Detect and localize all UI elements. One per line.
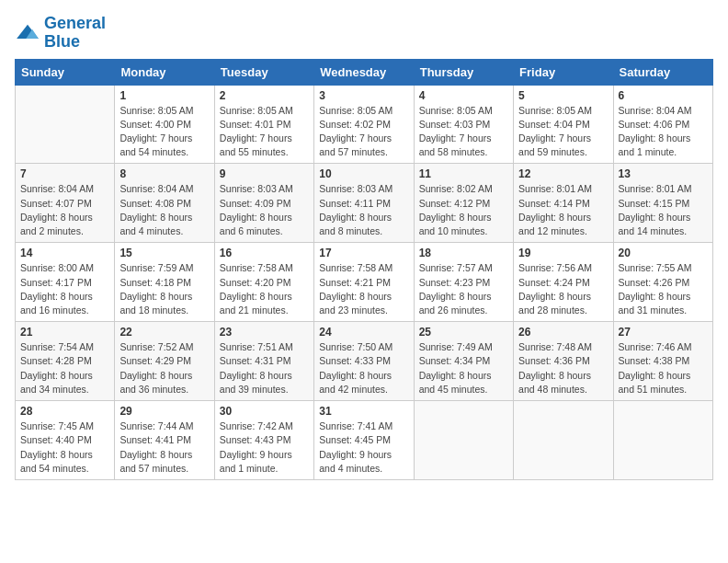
day-info: Sunrise: 7:48 AM Sunset: 4:36 PM Dayligh… (518, 340, 608, 396)
calendar-day-cell: 8Sunrise: 8:04 AM Sunset: 4:08 PM Daylig… (115, 164, 214, 243)
calendar-day-cell (613, 401, 712, 480)
calendar-day-cell (414, 401, 513, 480)
day-info: Sunrise: 8:01 AM Sunset: 4:15 PM Dayligh… (619, 182, 708, 238)
day-info: Sunrise: 8:01 AM Sunset: 4:14 PM Dayligh… (518, 182, 608, 238)
day-number: 28 (20, 405, 109, 418)
day-info: Sunrise: 8:04 AM Sunset: 4:08 PM Dayligh… (119, 182, 209, 238)
calendar-day-cell: 10Sunrise: 8:03 AM Sunset: 4:11 PM Dayli… (314, 164, 414, 243)
day-number: 27 (619, 326, 708, 339)
day-number: 18 (419, 247, 508, 259)
day-info: Sunrise: 8:05 AM Sunset: 4:01 PM Dayligh… (220, 104, 309, 160)
calendar-day-cell: 17Sunrise: 7:58 AM Sunset: 4:21 PM Dayli… (314, 243, 414, 322)
weekday-header: Wednesday (314, 59, 414, 85)
day-info: Sunrise: 7:52 AM Sunset: 4:29 PM Dayligh… (119, 340, 209, 396)
day-info: Sunrise: 8:03 AM Sunset: 4:09 PM Dayligh… (220, 182, 309, 238)
calendar-day-cell: 24Sunrise: 7:50 AM Sunset: 4:33 PM Dayli… (314, 322, 414, 401)
day-info: Sunrise: 7:42 AM Sunset: 4:43 PM Dayligh… (220, 419, 309, 476)
calendar-day-cell: 4Sunrise: 8:05 AM Sunset: 4:03 PM Daylig… (414, 85, 513, 164)
day-number: 16 (220, 247, 309, 259)
calendar-week-row: 21Sunrise: 7:54 AM Sunset: 4:28 PM Dayli… (16, 322, 713, 401)
day-info: Sunrise: 7:59 AM Sunset: 4:18 PM Dayligh… (119, 261, 209, 317)
calendar-day-cell: 15Sunrise: 7:59 AM Sunset: 4:18 PM Dayli… (115, 243, 214, 322)
logo-text: General Blue (44, 15, 106, 52)
day-info: Sunrise: 7:58 AM Sunset: 4:21 PM Dayligh… (319, 261, 408, 317)
weekday-header: Thursday (414, 59, 513, 85)
day-info: Sunrise: 8:00 AM Sunset: 4:17 PM Dayligh… (20, 261, 109, 317)
calendar-day-cell: 29Sunrise: 7:44 AM Sunset: 4:41 PM Dayli… (115, 401, 214, 480)
day-number: 29 (119, 405, 209, 418)
day-number: 2 (220, 89, 309, 102)
calendar-week-row: 7Sunrise: 8:04 AM Sunset: 4:07 PM Daylig… (16, 164, 713, 243)
day-number: 6 (619, 89, 708, 102)
day-number: 30 (220, 405, 309, 418)
day-info: Sunrise: 8:03 AM Sunset: 4:11 PM Dayligh… (319, 182, 408, 238)
day-number: 31 (319, 405, 408, 418)
calendar-day-cell: 26Sunrise: 7:48 AM Sunset: 4:36 PM Dayli… (514, 322, 613, 401)
weekday-header: Friday (514, 59, 613, 85)
day-number: 25 (419, 326, 508, 339)
day-info: Sunrise: 7:54 AM Sunset: 4:28 PM Dayligh… (20, 340, 109, 396)
calendar-week-row: 14Sunrise: 8:00 AM Sunset: 4:17 PM Dayli… (16, 243, 713, 322)
day-number: 23 (220, 326, 309, 339)
logo-icon (15, 23, 40, 43)
logo: General Blue (15, 15, 106, 52)
day-number: 24 (319, 326, 408, 339)
day-number: 20 (619, 247, 708, 259)
calendar-day-cell: 2Sunrise: 8:05 AM Sunset: 4:01 PM Daylig… (214, 85, 313, 164)
calendar-day-cell: 27Sunrise: 7:46 AM Sunset: 4:38 PM Dayli… (613, 322, 712, 401)
calendar-week-row: 1Sunrise: 8:05 AM Sunset: 4:00 PM Daylig… (16, 85, 713, 164)
calendar-day-cell: 20Sunrise: 7:55 AM Sunset: 4:26 PM Dayli… (613, 243, 712, 322)
day-number: 13 (619, 167, 708, 180)
day-number: 15 (119, 247, 209, 259)
calendar-day-cell: 28Sunrise: 7:45 AM Sunset: 4:40 PM Dayli… (16, 401, 115, 480)
calendar-day-cell: 18Sunrise: 7:57 AM Sunset: 4:23 PM Dayli… (414, 243, 513, 322)
calendar-day-cell: 7Sunrise: 8:04 AM Sunset: 4:07 PM Daylig… (16, 164, 115, 243)
day-info: Sunrise: 7:45 AM Sunset: 4:40 PM Dayligh… (20, 419, 109, 476)
calendar-day-cell (514, 401, 613, 480)
calendar-day-cell: 16Sunrise: 7:58 AM Sunset: 4:20 PM Dayli… (214, 243, 313, 322)
day-number: 10 (319, 167, 408, 180)
day-number: 12 (518, 167, 608, 180)
calendar-day-cell: 9Sunrise: 8:03 AM Sunset: 4:09 PM Daylig… (214, 164, 313, 243)
weekday-header: Sunday (16, 59, 115, 85)
day-info: Sunrise: 8:05 AM Sunset: 4:00 PM Dayligh… (119, 104, 209, 160)
day-number: 21 (20, 326, 109, 339)
calendar-day-cell: 1Sunrise: 8:05 AM Sunset: 4:00 PM Daylig… (115, 85, 214, 164)
day-info: Sunrise: 7:51 AM Sunset: 4:31 PM Dayligh… (220, 340, 309, 396)
day-number: 7 (20, 167, 109, 180)
calendar-day-cell: 3Sunrise: 8:05 AM Sunset: 4:02 PM Daylig… (314, 85, 414, 164)
calendar-day-cell: 21Sunrise: 7:54 AM Sunset: 4:28 PM Dayli… (16, 322, 115, 401)
day-number: 22 (119, 326, 209, 339)
calendar-day-cell: 11Sunrise: 8:02 AM Sunset: 4:12 PM Dayli… (414, 164, 513, 243)
day-info: Sunrise: 7:44 AM Sunset: 4:41 PM Dayligh… (119, 419, 209, 476)
day-info: Sunrise: 8:05 AM Sunset: 4:02 PM Dayligh… (319, 104, 408, 160)
calendar-day-cell: 5Sunrise: 8:05 AM Sunset: 4:04 PM Daylig… (514, 85, 613, 164)
day-info: Sunrise: 7:55 AM Sunset: 4:26 PM Dayligh… (619, 261, 708, 317)
weekday-header: Tuesday (214, 59, 313, 85)
day-info: Sunrise: 7:50 AM Sunset: 4:33 PM Dayligh… (319, 340, 408, 396)
day-number: 26 (518, 326, 608, 339)
day-number: 9 (220, 167, 309, 180)
day-number: 5 (518, 89, 608, 102)
calendar-day-cell: 14Sunrise: 8:00 AM Sunset: 4:17 PM Dayli… (16, 243, 115, 322)
calendar-header-row: SundayMondayTuesdayWednesdayThursdayFrid… (16, 59, 713, 85)
day-number: 4 (419, 89, 508, 102)
day-number: 3 (319, 89, 408, 102)
calendar-day-cell: 30Sunrise: 7:42 AM Sunset: 4:43 PM Dayli… (214, 401, 313, 480)
day-info: Sunrise: 8:04 AM Sunset: 4:06 PM Dayligh… (619, 104, 708, 160)
day-info: Sunrise: 7:46 AM Sunset: 4:38 PM Dayligh… (619, 340, 708, 396)
day-info: Sunrise: 7:57 AM Sunset: 4:23 PM Dayligh… (419, 261, 508, 317)
calendar-day-cell: 25Sunrise: 7:49 AM Sunset: 4:34 PM Dayli… (414, 322, 513, 401)
calendar-week-row: 28Sunrise: 7:45 AM Sunset: 4:40 PM Dayli… (16, 401, 713, 480)
day-number: 8 (119, 167, 209, 180)
page-header: General Blue (15, 15, 713, 52)
calendar-day-cell: 23Sunrise: 7:51 AM Sunset: 4:31 PM Dayli… (214, 322, 313, 401)
day-info: Sunrise: 7:56 AM Sunset: 4:24 PM Dayligh… (518, 261, 608, 317)
day-info: Sunrise: 7:41 AM Sunset: 4:45 PM Dayligh… (319, 419, 408, 476)
day-info: Sunrise: 8:05 AM Sunset: 4:04 PM Dayligh… (518, 104, 608, 160)
calendar-day-cell: 19Sunrise: 7:56 AM Sunset: 4:24 PM Dayli… (514, 243, 613, 322)
calendar-day-cell: 31Sunrise: 7:41 AM Sunset: 4:45 PM Dayli… (314, 401, 414, 480)
day-number: 19 (518, 247, 608, 259)
day-number: 17 (319, 247, 408, 259)
day-info: Sunrise: 7:58 AM Sunset: 4:20 PM Dayligh… (220, 261, 309, 317)
